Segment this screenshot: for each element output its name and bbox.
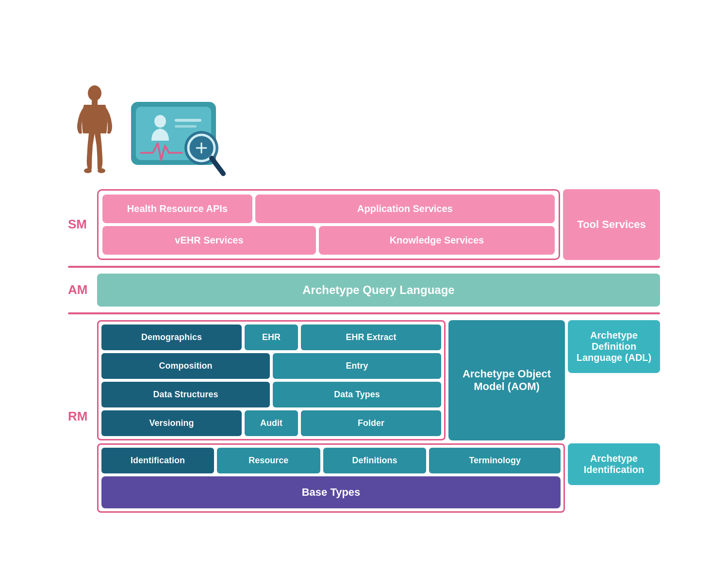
adl-container: Archetype Definition Language (ADL)	[568, 320, 660, 440]
sm-label: SM	[68, 189, 97, 260]
svg-line-11	[212, 158, 223, 174]
resource-box: Resource	[217, 448, 320, 473]
sm-layer-row: SM Health Resource APIs Application Serv…	[68, 189, 660, 260]
aql-box: Archetype Query Language	[97, 274, 660, 307]
sm-am-separator	[68, 266, 660, 268]
knowledge-services-box: Knowledge Services	[319, 226, 555, 255]
demographics-box: Demographics	[101, 325, 242, 350]
identification-box: Identification	[101, 448, 214, 473]
ehr-extract-box: EHR Extract	[301, 325, 441, 350]
top-illustration	[68, 73, 660, 179]
svg-point-0	[88, 85, 101, 101]
base-types-row: Base Types	[101, 476, 561, 508]
archetype-identification-container: Archetype Identification	[568, 443, 660, 513]
data-structures-box: Data Structures	[101, 382, 270, 407]
svg-point-2	[84, 168, 92, 173]
terminology-box: Terminology	[429, 448, 561, 473]
svg-point-6	[154, 115, 166, 128]
rm-left-grid: Demographics EHR EHR Extract Composition…	[97, 320, 446, 440]
am-layer-row: AM Archetype Query Language	[68, 274, 660, 307]
rm-identification-row: Identification Resource Definitions Term…	[101, 448, 561, 473]
sm-row2: vEHR Services Knowledge Services	[102, 226, 555, 255]
app-services-box: Application Services	[255, 195, 555, 223]
rm-row-3: Data Structures Data Types	[101, 382, 441, 407]
medical-search-icon	[126, 97, 233, 179]
tool-services-box: Tool Services	[563, 189, 660, 260]
definitions-box: Definitions	[323, 448, 427, 473]
architecture-diagram: SM Health Resource APIs Application Serv…	[68, 189, 660, 513]
rm-row-2: Composition Entry	[101, 353, 441, 379]
am-rm-separator	[68, 312, 660, 314]
svg-rect-7	[175, 119, 201, 122]
composition-box: Composition	[101, 353, 270, 379]
vehr-services-box: vEHR Services	[102, 226, 316, 255]
audit-box: Audit	[245, 410, 298, 436]
base-types-box: Base Types	[101, 476, 561, 508]
svg-rect-1	[92, 100, 98, 105]
svg-point-3	[98, 168, 105, 173]
rm-row-4: Versioning Audit Folder	[101, 410, 441, 436]
rm-label: RM	[68, 320, 97, 513]
rm-row-1: Demographics EHR EHR Extract	[101, 325, 441, 350]
rm-layer-row: RM Demographics EHR EHR Extract	[68, 320, 660, 513]
svg-rect-8	[175, 125, 197, 128]
aom-box: Archetype Object Model (AOM)	[448, 320, 565, 440]
entry-box: Entry	[273, 353, 441, 379]
human-body-icon	[68, 82, 121, 179]
am-label: AM	[68, 274, 97, 307]
health-apis-box: Health Resource APIs	[102, 195, 252, 223]
sm-row1: Health Resource APIs Application Service…	[102, 195, 555, 223]
folder-box: Folder	[301, 410, 441, 436]
versioning-box: Versioning	[101, 410, 242, 436]
data-types-box: Data Types	[273, 382, 441, 407]
archetype-identification-box: Archetype Identification	[568, 443, 660, 485]
ehr-box: EHR	[245, 325, 298, 350]
aom-container: Archetype Object Model (AOM)	[448, 320, 565, 440]
adl-box: Archetype Definition Language (ADL)	[568, 320, 660, 373]
